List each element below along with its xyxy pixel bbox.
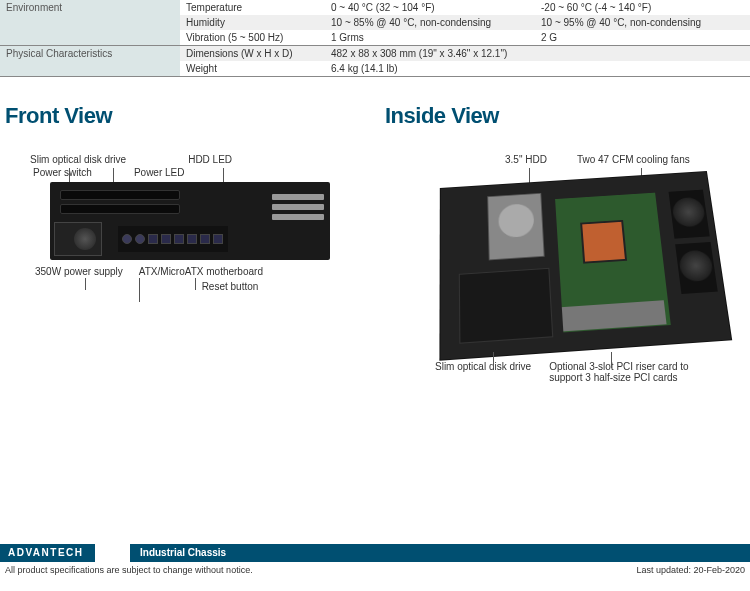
val-temp-op: 0 ~ 40 °C (32 ~ 104 °F) bbox=[325, 0, 535, 15]
val-temp-nonop: -20 ~ 60 °C (-4 ~ 140 °F) bbox=[535, 0, 750, 15]
sub-humidity: Humidity bbox=[180, 15, 325, 30]
inside-view-diagram: 3.5" HDD Two 47 CFM cooling fans Slim op… bbox=[385, 154, 745, 404]
val-humidity-nonop: 10 ~ 95% @ 40 °C, non-condensing bbox=[535, 15, 750, 30]
footer-disclaimer: All product specifications are subject t… bbox=[5, 565, 253, 575]
val-dimensions: 482 x 88 x 308 mm (19" x 3.46" x 12.1") bbox=[325, 46, 750, 62]
sub-dimensions: Dimensions (W x H x D) bbox=[180, 46, 325, 62]
label-power-switch: Power switch bbox=[33, 167, 92, 178]
front-view-title: Front View bbox=[5, 103, 365, 129]
label-power-led: Power LED bbox=[134, 167, 185, 178]
sub-temperature: Temperature bbox=[180, 0, 325, 15]
label-inside-optical: Slim optical disk drive bbox=[435, 361, 531, 383]
chassis-front-icon bbox=[50, 182, 330, 260]
label-fans: Two 47 CFM cooling fans bbox=[577, 154, 690, 165]
val-vibration-op: 1 Grms bbox=[325, 30, 535, 46]
inside-view-title: Inside View bbox=[385, 103, 745, 129]
val-humidity-op: 10 ~ 85% @ 40 °C, non-condensing bbox=[325, 15, 535, 30]
chassis-inside-icon bbox=[439, 170, 732, 360]
cat-physical: Physical Characteristics bbox=[0, 46, 180, 77]
spec-table: Environment Temperature 0 ~ 40 °C (32 ~ … bbox=[0, 0, 750, 78]
label-psu: 350W power supply bbox=[35, 266, 123, 277]
val-weight: 6.4 kg (14.1 lb) bbox=[325, 61, 750, 77]
label-reset: Reset button bbox=[95, 281, 365, 292]
footer-category: Industrial Chassis bbox=[130, 545, 750, 560]
label-riser: Optional 3-slot PCI riser card to suppor… bbox=[549, 361, 724, 383]
footer-bar: ADVANTECH Industrial Chassis bbox=[0, 544, 750, 562]
front-view-diagram: Slim optical disk drive HDD LED Power sw… bbox=[5, 154, 365, 364]
label-motherboard: ATX/MicroATX motherboard bbox=[139, 266, 263, 277]
label-hdd: 3.5" HDD bbox=[505, 154, 547, 165]
sub-weight: Weight bbox=[180, 61, 325, 77]
label-optical: Slim optical disk drive bbox=[30, 154, 126, 165]
inside-view-section: Inside View 3.5" HDD Two 47 CFM cooling … bbox=[385, 88, 745, 404]
cat-environment: Environment bbox=[0, 0, 180, 46]
val-vibration-nonop: 2 G bbox=[535, 30, 750, 46]
sub-vibration: Vibration (5 ~ 500 Hz) bbox=[180, 30, 325, 46]
front-view-section: Front View Slim optical disk drive HDD L… bbox=[5, 88, 365, 404]
brand-logo: ADVANTECH bbox=[0, 545, 95, 560]
label-hdd-led: HDD LED bbox=[188, 154, 232, 165]
footer-updated: Last updated: 20-Feb-2020 bbox=[636, 565, 745, 575]
